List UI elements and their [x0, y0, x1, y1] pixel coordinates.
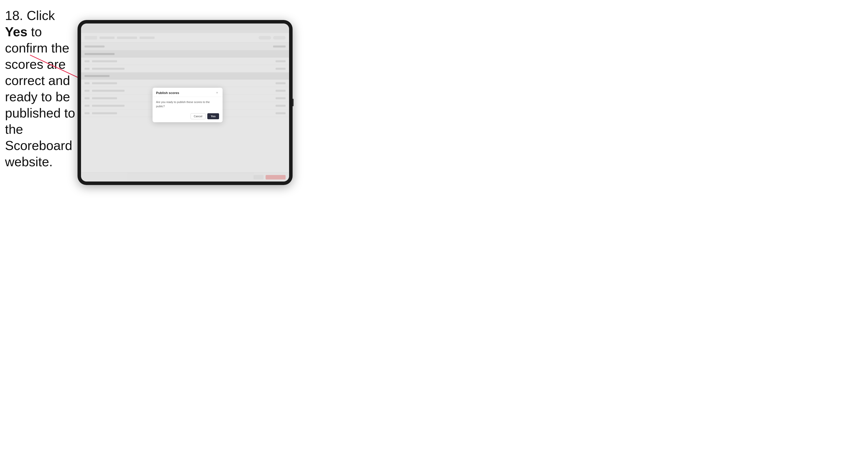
dialog-overlay: Publish scores × Are you ready to publis… [81, 24, 289, 182]
dialog-body: Are you ready to publish these scores to… [153, 97, 223, 111]
dialog-message: Are you ready to publish these scores to… [156, 100, 219, 108]
instruction-prefix: Click [27, 8, 55, 23]
dialog-actions: Cancel Yes [153, 111, 223, 122]
instruction-suffix: to confirm the scores are correct and re… [5, 25, 75, 169]
tablet-device: Publish scores × Are you ready to publis… [78, 20, 292, 185]
dialog-header: Publish scores × [153, 88, 223, 97]
tablet-screen: Publish scores × Are you ready to publis… [81, 24, 289, 182]
dialog-title: Publish scores [156, 91, 179, 95]
step-number: 18. [5, 8, 23, 23]
cancel-button[interactable]: Cancel [191, 113, 206, 119]
dialog-close-button[interactable]: × [215, 91, 219, 95]
yes-emphasis: Yes [5, 25, 28, 39]
tablet-side-button [292, 99, 293, 106]
instruction-text: 18. Click Yes to confirm the scores are … [5, 7, 78, 170]
publish-scores-dialog: Publish scores × Are you ready to publis… [153, 88, 223, 122]
yes-button[interactable]: Yes [207, 113, 219, 119]
